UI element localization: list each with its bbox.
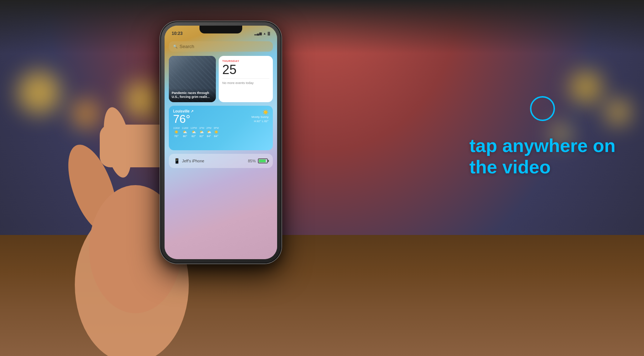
status-time: 10:23: [172, 31, 183, 36]
forecast-time: 3PM: [214, 127, 219, 129]
battery-header: 📱 Jeff's iPhone 85%: [174, 158, 268, 164]
phone-frame[interactable]: 10:23 ▂▄▆ ▲ ▓ 🔍 Search Pa: [160, 21, 281, 263]
forecast-icon: ⛅: [183, 130, 187, 134]
forecast-temp: 84°: [214, 135, 218, 138]
status-icons: ▂▄▆ ▲ ▓: [254, 32, 270, 35]
forecast-10am: 10AM ☀️ 76°: [173, 127, 180, 138]
forecast-time: 12PM: [191, 127, 197, 129]
weather-right: ☀️ Mostly Sunny H:82° L:62°: [251, 109, 269, 124]
forecast-time: 2PM: [206, 127, 211, 129]
tap-anywhere-text-line1: tap anywhere on: [469, 135, 616, 157]
forecast-temp: 82°: [199, 135, 204, 138]
screen-content[interactable]: 🔍 Search Pandemic races through U.S., fo…: [165, 38, 277, 259]
forecast-icon: ⛅: [192, 130, 196, 134]
forecast-icon: ⛅: [199, 130, 204, 134]
signal-icon: ▂▄▆: [254, 32, 261, 35]
search-icon: 🔍: [173, 44, 177, 48]
weather-top: Louisville ↗ 76° ☀️ Mostly Sunny H:82° L…: [173, 109, 269, 125]
weather-location-group: Louisville ↗ 76°: [173, 109, 193, 125]
calendar-date: 25: [222, 63, 269, 76]
battery-bar-container: [258, 158, 268, 163]
forecast-icon: ⛅: [207, 130, 211, 134]
calendar-divider: [222, 78, 269, 79]
weather-temperature: 76°: [173, 113, 193, 125]
news-widget[interactable]: Pandemic races through U.S., forcing gri…: [169, 56, 216, 102]
search-bar[interactable]: 🔍 Search: [169, 41, 273, 52]
forecast-11am: 11AM ⛅ 80°: [182, 127, 188, 138]
battery-status-icon: ▓: [268, 32, 270, 35]
forecast-2pm: 2PM ⛅ 84°: [206, 127, 211, 138]
wifi-icon: ▲: [263, 32, 266, 35]
forecast-temp: 84°: [207, 135, 211, 138]
iphone-icon: 📱: [174, 158, 180, 164]
forecast-temp: 76°: [174, 135, 178, 138]
tap-anywhere-overlay[interactable]: tap anywhere on the video: [469, 135, 616, 178]
cursor-circle: [530, 96, 555, 121]
calendar-widget[interactable]: THURSDAY 25 No more events today: [219, 56, 273, 102]
forecast-1pm: 1PM ⛅ 82°: [199, 127, 204, 138]
news-title: Pandemic races through U.S., forcing gri…: [172, 91, 213, 99]
bokeh-light: [570, 71, 602, 103]
phone-notch: [199, 26, 242, 33]
bokeh-light: [18, 71, 61, 114]
bokeh-light: [606, 100, 630, 125]
forecast-icon: ☀️: [214, 130, 218, 134]
weather-condition: Mostly Sunny H:82° L:62°: [251, 115, 269, 124]
bokeh-light: [71, 100, 100, 128]
weather-sun-icon: ☀️: [251, 109, 269, 115]
monitor-top: [0, 0, 644, 53]
bokeh-light: [125, 82, 160, 117]
forecast-icon: ☀️: [174, 130, 178, 134]
table-surface: [0, 235, 644, 356]
battery-fill: [259, 159, 266, 162]
forecast-temp: 82°: [192, 135, 196, 138]
battery-device: 📱 Jeff's iPhone: [174, 158, 204, 164]
forecast-time: 10AM: [173, 127, 180, 129]
forecast-12pm: 12PM ⛅ 82°: [191, 127, 197, 138]
forecast-time: 11AM: [182, 127, 188, 129]
forecast-3pm: 3PM ☀️ 84°: [214, 127, 219, 138]
tap-anywhere-text-line2: the video: [469, 157, 616, 178]
phone-screen[interactable]: 10:23 ▂▄▆ ▲ ▓ 🔍 Search Pa: [165, 26, 277, 259]
weather-forecast: 10AM ☀️ 76° 11AM ⛅ 80° 12PM ⛅ 82°: [173, 127, 269, 138]
news-overlay: Pandemic races through U.S., forcing gri…: [169, 88, 216, 102]
search-text: Search: [180, 44, 194, 49]
battery-percentage: 85%: [248, 159, 256, 163]
battery-device-name: Jeff's iPhone: [182, 159, 204, 163]
battery-widget[interactable]: 📱 Jeff's iPhone 85%: [169, 154, 273, 168]
battery-right: 85%: [248, 158, 268, 163]
forecast-time: 1PM: [199, 127, 204, 129]
forecast-temp: 80°: [183, 135, 187, 138]
widgets-row: Pandemic races through U.S., forcing gri…: [169, 56, 273, 102]
weather-widget[interactable]: Louisville ↗ 76° ☀️ Mostly Sunny H:82° L…: [169, 106, 273, 150]
calendar-events: No more events today: [222, 81, 269, 85]
